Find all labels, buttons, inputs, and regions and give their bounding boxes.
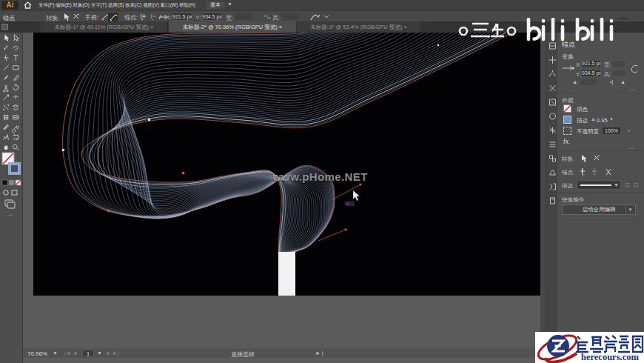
svg-text:手柄:: 手柄: bbox=[84, 14, 98, 21]
svg-text:www.pHome.NET: www.pHome.NET bbox=[272, 170, 368, 183]
svg-text:herecours.com: herecours.com bbox=[581, 352, 639, 362]
svg-text:锚点:: 锚点: bbox=[124, 14, 138, 21]
svg-text:锚点: 锚点 bbox=[344, 201, 355, 206]
svg-text:...: ... bbox=[8, 211, 13, 216]
svg-text:P: P bbox=[620, 18, 624, 19]
